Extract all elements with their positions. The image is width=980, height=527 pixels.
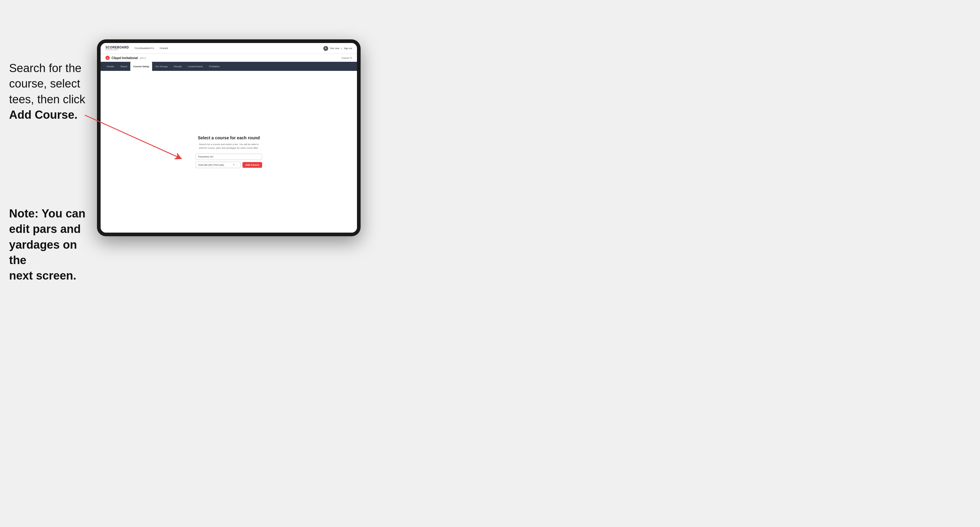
logo-sub: Powered by clippd bbox=[105, 49, 129, 51]
instruction-bold: Add Course. bbox=[9, 108, 78, 121]
user-initial: R bbox=[325, 47, 326, 49]
tab-tee-groups[interactable]: Tee Groups bbox=[152, 62, 170, 71]
tee-select-icons: ✕ ⌄ bbox=[233, 163, 237, 166]
tab-results[interactable]: Results bbox=[170, 62, 185, 71]
section-description: Search for a course and select a tee. Yo… bbox=[199, 143, 259, 150]
note-line2: edit pars and bbox=[9, 222, 81, 235]
tournament-tag: (Men) bbox=[140, 57, 146, 59]
course-search-input[interactable] bbox=[196, 154, 262, 160]
section-title: Select a course for each round bbox=[198, 135, 260, 140]
tab-teams[interactable]: Teams bbox=[117, 62, 130, 71]
tee-select-row: Gold (M) (M) (7010 yds) ✕ ⌄ Add Course bbox=[196, 162, 262, 168]
nav-tournaments-link[interactable]: TOURNAMENTS bbox=[134, 47, 154, 50]
tournament-title: Clippd Invitational bbox=[111, 56, 138, 60]
note-line4: next screen. bbox=[9, 269, 76, 282]
tab-teams-label: Teams bbox=[120, 65, 127, 68]
nav-separator: | bbox=[342, 47, 342, 50]
instruction-line3: tees, then click bbox=[9, 93, 85, 106]
tablet-screen: SCOREBOARD Powered by clippd TOURNAMENTS… bbox=[100, 43, 357, 233]
top-navbar: SCOREBOARD Powered by clippd TOURNAMENTS… bbox=[100, 43, 357, 54]
main-content: Select a course for each round Search fo… bbox=[100, 71, 357, 233]
cancel-icon: ✕ bbox=[350, 57, 352, 59]
tournament-icon-letter: C bbox=[107, 57, 108, 59]
nav-teams-link[interactable]: TEAMS bbox=[159, 47, 168, 50]
note-text: Note: You can edit pars and yardages on … bbox=[9, 206, 94, 284]
tab-leaderboards[interactable]: Leaderboards bbox=[185, 62, 206, 71]
nav-left: SCOREBOARD Powered by clippd TOURNAMENTS… bbox=[105, 46, 168, 51]
logo: SCOREBOARD Powered by clippd bbox=[105, 46, 129, 51]
add-course-button[interactable]: Add Course bbox=[242, 162, 262, 168]
sign-out-link[interactable]: Sign out bbox=[344, 47, 352, 50]
tab-course-setup-label: Course Setup bbox=[133, 65, 149, 68]
tee-select-value: Gold (M) (M) (7010 yds) bbox=[198, 163, 224, 166]
nav-right: R Test User | Sign out bbox=[323, 46, 352, 51]
tournament-header: C Clippd Invitational (Men) Cancel ✕ bbox=[100, 54, 357, 62]
instruction-line1: Search for the bbox=[9, 62, 81, 75]
tab-bar: Details Teams Course Setup Tee Groups Re… bbox=[100, 62, 357, 71]
tab-tee-groups-label: Tee Groups bbox=[155, 65, 167, 68]
tab-details[interactable]: Details bbox=[103, 62, 117, 71]
tab-details-label: Details bbox=[107, 65, 114, 68]
cancel-button[interactable]: Cancel ✕ bbox=[342, 57, 352, 59]
user-label: Test User bbox=[330, 47, 340, 50]
tournament-title-area: C Clippd Invitational (Men) bbox=[105, 56, 146, 60]
note-line3: yardages on the bbox=[9, 238, 77, 267]
tab-leaderboards-label: Leaderboards bbox=[188, 65, 203, 68]
tablet-device: SCOREBOARD Powered by clippd TOURNAMENTS… bbox=[97, 40, 361, 236]
tab-printables-label: Printables bbox=[209, 65, 220, 68]
cancel-label: Cancel bbox=[342, 57, 349, 59]
note-line1: Note: You can bbox=[9, 207, 86, 220]
instruction-line2: course, select bbox=[9, 77, 80, 90]
tab-course-setup[interactable]: Course Setup bbox=[130, 62, 152, 71]
add-course-label: Add Course bbox=[245, 163, 259, 166]
tab-printables[interactable]: Printables bbox=[206, 62, 223, 71]
tee-select-dropdown[interactable]: Gold (M) (M) (7010 yds) ✕ ⌄ bbox=[196, 162, 240, 168]
tournament-icon: C bbox=[105, 56, 110, 60]
tab-results-label: Results bbox=[173, 65, 182, 68]
user-avatar: R bbox=[323, 46, 328, 51]
instruction-text: Search for the course, select tees, then… bbox=[9, 60, 94, 123]
